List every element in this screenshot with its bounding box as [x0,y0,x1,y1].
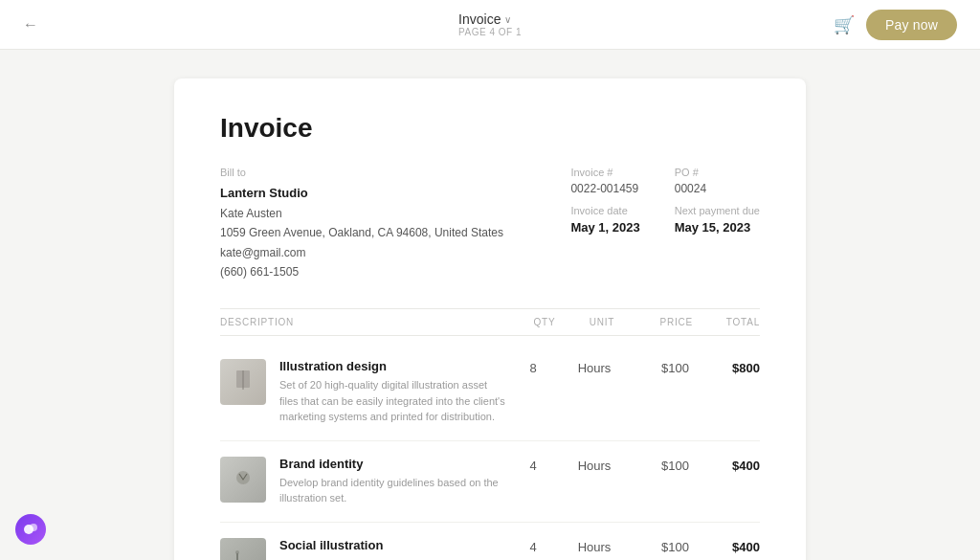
table-row: Illustration design Set of 20 high-quali… [220,344,760,441]
item-description: Set of 20 high-quality digital illustrat… [279,377,505,425]
topbar-center: Invoice ∨ PAGE 4 OF 1 [458,11,522,37]
top-bar: ← Invoice ∨ PAGE 4 OF 1 🛒 Pay now [0,0,980,50]
pay-now-button[interactable]: Pay now [866,10,957,40]
item-qty: 4 [509,457,557,473]
item-unit: Hours [561,359,628,375]
table-header: DESCRIPTION QTY UNIT PRICE ToTAL [220,308,760,336]
svg-point-5 [235,550,239,554]
topbar-right: 🛒 Pay now [834,10,957,40]
invoice-date-label: Invoice date [570,205,639,216]
next-payment-label: Next payment due [675,205,760,216]
bill-to-label: Bill to [220,167,503,178]
bill-to-contact: Kate Austen [220,204,503,223]
item-thumbnail [220,457,266,503]
topbar-subtitle: PAGE 4 OF 1 [458,27,522,37]
invoice-header: Bill to Lantern Studio Kate Austen 1059 … [220,167,760,281]
item-unit: Hours [561,457,628,473]
invoice-date-value: May 1, 2023 [570,220,639,235]
invoice-number-label: Invoice # [570,167,639,178]
invoice-meta: Invoice # 0022-001459 Invoice date May 1… [570,167,760,281]
item-unit: Hours [561,538,628,554]
item-qty: 4 [509,538,557,554]
item-description: Social media specific illustration set t… [279,556,505,560]
col-header-price: PRICE [635,317,693,327]
topbar-title: Invoice ∨ [458,11,522,27]
app-logo [15,514,46,545]
col-header-qty: QTY [521,317,568,327]
item-name: Social illustration [279,538,505,552]
item-desc-col: Social illustration Social media specifi… [220,538,505,560]
item-total: $400 [693,538,760,554]
invoice-number-value: 0022-001459 [570,182,639,195]
col-header-total: ToTAL [693,317,760,327]
topbar-left: ← [23,16,38,34]
bill-to-section: Bill to Lantern Studio Kate Austen 1059 … [220,167,503,281]
table-row: Social illustration Social media specifi… [220,523,760,560]
po-value: 00024 [675,182,760,195]
item-name: Illustration design [279,359,505,373]
invoice-card: Invoice Bill to Lantern Studio Kate Aust… [174,78,806,560]
item-thumbnail [220,359,266,405]
po-label: PO # [675,167,760,178]
main-content: Invoice Bill to Lantern Studio Kate Aust… [0,50,980,560]
invoice-number-group: Invoice # 0022-001459 Invoice date May 1… [570,167,639,281]
item-desc-col: Illustration design Set of 20 high-quali… [220,359,505,425]
invoice-title: Invoice [220,113,760,144]
bill-to-phone: (660) 661-1505 [220,262,503,281]
svg-point-2 [236,471,250,484]
bill-to-email: kate@gmail.com [220,243,503,262]
item-qty: 8 [509,359,557,375]
item-total: $800 [693,359,760,375]
next-payment-value: May 15, 2023 [675,220,760,235]
line-items-container: Illustration design Set of 20 high-quali… [220,344,760,560]
chevron-down-icon: ∨ [504,14,511,25]
item-price: $100 [632,457,689,473]
svg-point-7 [30,524,37,531]
col-header-unit: UNIT [568,317,635,327]
item-total: $400 [693,457,760,473]
item-desc-col: Brand identity Develop brand identity gu… [220,457,505,506]
item-price: $100 [632,359,689,375]
cart-icon[interactable]: 🛒 [834,14,855,35]
topbar-title-text: Invoice [458,11,501,27]
item-thumbnail [220,538,266,560]
table-row: Brand identity Develop brand identity gu… [220,441,760,523]
po-group: PO # 00024 Next payment due May 15, 2023 [675,167,760,281]
bill-to-company: Lantern Studio [220,184,503,204]
back-button[interactable]: ← [23,16,38,34]
bill-to-address: 1059 Green Avenue, Oakland, CA 94608, Un… [220,223,503,242]
item-description: Develop brand identity guidelines based … [279,475,505,506]
item-price: $100 [632,538,689,554]
col-header-description: DESCRIPTION [220,317,521,327]
item-name: Brand identity [279,457,505,471]
